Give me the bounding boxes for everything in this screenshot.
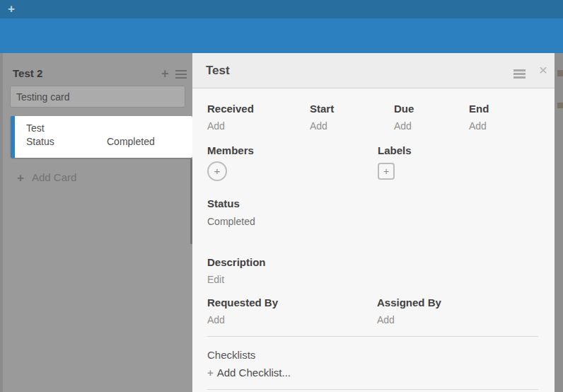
requested-by-add-link[interactable]: Add	[207, 314, 377, 326]
start-label: Start	[310, 103, 394, 115]
assigned-by-label: Assigned By	[377, 296, 540, 309]
add-card-button[interactable]: +Add Card	[17, 171, 76, 184]
start-field: Start Add	[310, 103, 394, 132]
card-composer-input[interactable]	[10, 86, 185, 108]
dates-row: Received Add Start Add Due Add End Add	[207, 103, 540, 132]
app-screen: + Test 2 + Test StatusCompleted +Add Car…	[0, 0, 563, 392]
clipped-list-mark	[557, 70, 563, 76]
minicard-field-value: Completed	[107, 136, 155, 147]
due-field: Due Add	[394, 103, 469, 132]
minicard-field-row: StatusCompleted	[26, 135, 192, 149]
received-label: Received	[207, 103, 310, 115]
requested-by-label: Requested By	[207, 296, 377, 309]
received-field: Received Add	[207, 103, 310, 132]
due-label: Due	[394, 103, 469, 115]
board-header-band	[0, 18, 563, 53]
end-field: End Add	[469, 103, 540, 132]
board-right-strip	[555, 53, 563, 392]
card-detail-title: Test	[206, 53, 230, 88]
start-add-link[interactable]: Add	[310, 120, 394, 132]
description-label: Description	[207, 256, 266, 269]
status-label: Status	[207, 197, 255, 210]
divider	[207, 336, 538, 337]
members-labels-row: Members + Labels +	[207, 144, 540, 181]
minicard-test[interactable]: Test StatusCompleted	[11, 116, 192, 158]
assigned-by-field: Assigned By Add	[377, 296, 540, 326]
status-value: Completed	[207, 216, 255, 228]
add-checklist-label: Add Checklist...	[217, 367, 291, 379]
minicard-field-label: Status	[26, 135, 107, 149]
card-detail-header: Test ×	[192, 53, 555, 88]
end-add-link[interactable]: Add	[469, 120, 540, 132]
minicard-title: Test	[26, 122, 192, 135]
card-detail-panel: Test × Received Add Start Add Due Add En…	[192, 53, 555, 392]
clipped-list-mark	[557, 103, 563, 108]
add-label-button[interactable]: +	[378, 163, 395, 180]
members-field: Members +	[207, 144, 378, 181]
people-row: Requested By Add Assigned By Add	[207, 296, 540, 326]
topbar-add-icon[interactable]: +	[6, 2, 17, 16]
add-card-plus-icon: +	[17, 171, 24, 185]
received-add-link[interactable]: Add	[207, 120, 310, 132]
labels-label: Labels	[378, 144, 540, 157]
list-title[interactable]: Test 2	[13, 67, 42, 79]
due-add-link[interactable]: Add	[394, 120, 469, 132]
list-add-icon[interactable]: +	[161, 67, 169, 81]
card-menu-icon[interactable]	[513, 69, 526, 79]
status-section: Status Completed	[207, 197, 255, 228]
list-test2: Test 2 + Test StatusCompleted +Add Card	[3, 53, 192, 392]
description-section: Description Edit	[207, 256, 266, 286]
list-menu-icon[interactable]	[175, 70, 187, 79]
divider	[207, 389, 538, 390]
labels-field: Labels +	[378, 144, 540, 181]
top-bar: +	[0, 0, 563, 18]
add-checklist-plus-icon: +	[207, 367, 214, 379]
add-member-button[interactable]: +	[207, 161, 227, 181]
close-icon[interactable]: ×	[535, 53, 552, 87]
assigned-by-add-link[interactable]: Add	[377, 314, 540, 326]
end-label: End	[469, 103, 540, 115]
checklists-label: Checklists	[207, 349, 255, 362]
members-label: Members	[207, 144, 378, 157]
description-edit-link[interactable]: Edit	[207, 274, 266, 286]
requested-by-field: Requested By Add	[207, 296, 377, 326]
add-card-label: Add Card	[32, 171, 76, 183]
add-checklist-button[interactable]: +Add Checklist...	[207, 367, 291, 379]
